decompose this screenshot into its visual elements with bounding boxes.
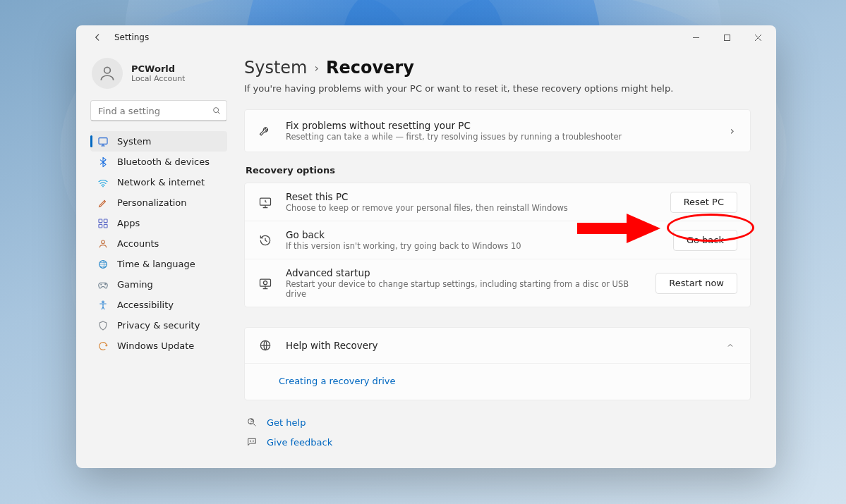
sidebar-item-label: Privacy & security: [117, 320, 200, 331]
privacy-icon: [97, 320, 109, 331]
reset-pc-icon: [258, 195, 273, 210]
svg-point-15: [264, 281, 267, 284]
account-block[interactable]: PCWorld Local Account: [92, 58, 227, 89]
svg-point-4: [102, 185, 104, 187]
sidebar-item-label: Gaming: [117, 279, 153, 290]
account-type: Local Account: [131, 74, 185, 83]
feedback-icon: [246, 436, 258, 448]
sidebar-item-label: Accounts: [117, 238, 159, 249]
option-title: Go back: [286, 229, 660, 240]
sidebar-item-label: Network & internet: [117, 177, 205, 188]
sidebar-item-personalization[interactable]: Personalization: [90, 192, 227, 213]
accessibility-icon: [97, 300, 109, 311]
sidebar-item-label: Bluetooth & devices: [117, 156, 210, 167]
update-icon: [97, 340, 109, 352]
svg-rect-6: [104, 219, 107, 223]
personalization-icon: [97, 197, 109, 209]
svg-point-2: [214, 108, 219, 113]
history-icon: [258, 233, 273, 248]
sidebar-item-accounts[interactable]: Accounts: [90, 233, 227, 254]
system-icon: [97, 136, 109, 147]
option-title: Reset this PC: [286, 191, 658, 202]
help-icon: [246, 416, 258, 429]
user-icon: [98, 64, 116, 82]
settings-window: Settings PCWorld Local Account: [76, 25, 776, 468]
option-sub: If this version isn't working, try going…: [286, 241, 660, 251]
svg-rect-8: [104, 224, 107, 228]
search-icon: [212, 106, 222, 116]
svg-point-9: [102, 240, 105, 244]
globe-icon: [258, 338, 273, 353]
wrench-icon: [258, 123, 273, 139]
time-icon: [97, 259, 109, 270]
close-button[interactable]: [742, 27, 773, 48]
recovery-options-list: Reset this PC Choose to keep or remove y…: [244, 183, 751, 307]
option-sub: Choose to keep or remove your personal f…: [286, 203, 658, 213]
back-arrow-icon: [92, 32, 102, 42]
reset-pc-button[interactable]: Reset PC: [670, 192, 737, 213]
sidebar-item-privacy[interactable]: Privacy & security: [90, 315, 227, 336]
troubleshoot-card[interactable]: Fix problems without resetting your PC R…: [244, 109, 751, 152]
main-content: System › Recovery If you're having probl…: [234, 49, 776, 468]
sidebar-item-network[interactable]: Network & internet: [90, 172, 227, 192]
window-title: Settings: [114, 32, 149, 42]
recovery-option-reset: Reset this PC Choose to keep or remove y…: [245, 183, 750, 221]
chevron-up-icon: [723, 339, 737, 352]
svg-rect-3: [99, 137, 107, 144]
sidebar-item-time[interactable]: Time & language: [90, 254, 227, 274]
restart-now-button[interactable]: Restart now: [655, 273, 737, 294]
footer-links: Get help Give feedback: [244, 416, 751, 448]
sidebar-item-bluetooth[interactable]: Bluetooth & devices: [90, 152, 227, 172]
recovery-option-advanced: Advanced startup Restart your device to …: [245, 259, 750, 307]
breadcrumb-leaf: Recovery: [326, 58, 414, 78]
chevron-right-icon: ›: [727, 124, 737, 137]
help-link[interactable]: Creating a recovery drive: [279, 376, 395, 386]
titlebar: Settings: [76, 25, 776, 49]
svg-point-12: [102, 301, 104, 303]
sidebar-item-system[interactable]: System: [90, 131, 227, 152]
help-card: Help with Recovery Creating a recovery d…: [244, 327, 751, 400]
sidebar-item-gaming[interactable]: Gaming: [90, 274, 227, 295]
sidebar-item-label: System: [117, 136, 151, 147]
troubleshoot-title: Fix problems without resetting your PC: [286, 120, 715, 131]
sidebar-item-label: Apps: [117, 218, 140, 228]
avatar: [92, 58, 123, 89]
sidebar-nav: System Bluetooth & devices Network & int…: [90, 131, 227, 356]
account-name: PCWorld: [131, 63, 185, 74]
bluetooth-icon: [97, 156, 109, 168]
svg-point-18: [250, 423, 251, 424]
breadcrumb-root[interactable]: System: [244, 58, 308, 78]
back-button[interactable]: [87, 27, 107, 47]
go-back-button[interactable]: Go back: [673, 230, 737, 251]
maximize-button[interactable]: [711, 27, 742, 48]
apps-icon: [97, 218, 109, 229]
sidebar-item-accessibility[interactable]: Accessibility: [90, 295, 227, 315]
svg-rect-5: [99, 219, 102, 223]
search-input[interactable]: [90, 100, 227, 121]
advanced-startup-icon: [258, 276, 273, 291]
gaming-icon: [97, 279, 109, 290]
svg-rect-7: [99, 224, 102, 228]
sidebar-item-label: Personalization: [117, 197, 187, 208]
search-field-wrap: [90, 100, 227, 121]
minimize-button[interactable]: [680, 27, 711, 48]
get-help-link[interactable]: Get help: [246, 416, 751, 429]
svg-rect-14: [260, 279, 271, 286]
sidebar-item-update[interactable]: Windows Update: [90, 336, 227, 356]
sidebar-item-label: Accessibility: [117, 300, 174, 310]
sidebar-item-label: Time & language: [117, 259, 195, 269]
get-help-label: Get help: [267, 417, 306, 428]
sidebar: PCWorld Local Account System Bluetooth &…: [76, 49, 234, 468]
section-heading: Recovery options: [246, 165, 751, 176]
sidebar-item-label: Windows Update: [117, 340, 194, 351]
troubleshoot-sub: Resetting can take a while — first, try …: [286, 132, 715, 142]
svg-rect-0: [724, 35, 730, 40]
chevron-right-icon: ›: [315, 61, 319, 75]
svg-point-11: [105, 283, 106, 284]
accounts-icon: [97, 238, 109, 250]
feedback-link[interactable]: Give feedback: [246, 436, 751, 448]
sidebar-item-apps[interactable]: Apps: [90, 213, 227, 233]
window-controls: [680, 27, 773, 48]
network-icon: [97, 177, 109, 188]
help-header[interactable]: Help with Recovery: [245, 328, 750, 363]
